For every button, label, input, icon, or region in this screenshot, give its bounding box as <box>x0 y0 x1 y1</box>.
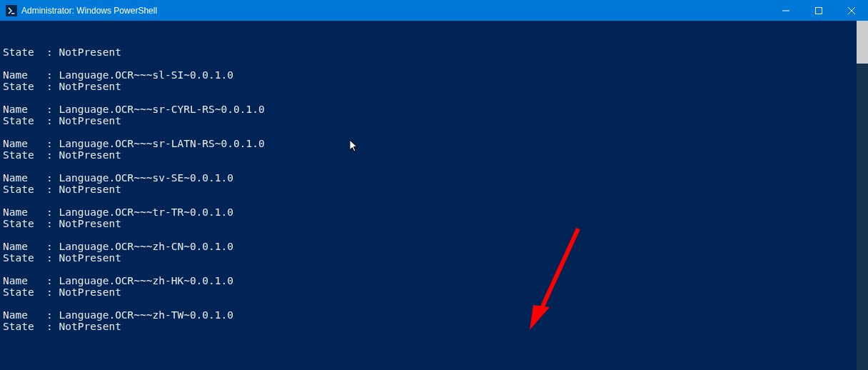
title-bar[interactable]: Administrator: Windows PowerShell <box>0 0 868 21</box>
output-state-line: State : NotPresent <box>3 149 868 161</box>
output-state-line: State : NotPresent <box>3 321 868 332</box>
output-state-line: State : NotPresent <box>3 115 868 126</box>
output-state-line: State : NotPresent <box>3 81 868 92</box>
blank-line <box>3 92 868 104</box>
powershell-window: Administrator: Windows PowerShell State … <box>0 0 868 370</box>
output-name-line: Name : Language.OCR~~~sr-CYRL-RS~0.0.1.0 <box>3 104 868 115</box>
output-state-line: State : NotPresent <box>3 252 868 264</box>
powershell-icon <box>6 5 17 16</box>
blank-line <box>3 264 868 275</box>
blank-line <box>3 229 868 241</box>
output-state-line: State : NotPresent <box>3 184 868 195</box>
blank-line <box>3 298 868 309</box>
blank-line <box>3 332 868 344</box>
output-state-line: State : NotPresent <box>3 286 868 298</box>
blank-line <box>3 126 868 138</box>
blank-line <box>3 58 868 69</box>
output-name-line: Name : Language.OCR~~~zh-TW~0.0.1.0 <box>3 309 868 321</box>
output-name-line: Name : Language.OCR~~~sl-SI~0.0.1.0 <box>3 69 868 81</box>
maximize-button[interactable] <box>802 0 835 21</box>
output-name-line: Name : Language.OCR~~~tr-TR~0.0.1.0 <box>3 206 868 218</box>
scrollbar-track[interactable] <box>857 21 868 370</box>
blank-line <box>3 161 868 172</box>
window-title: Administrator: Windows PowerShell <box>21 6 157 16</box>
blank-line <box>3 195 868 206</box>
output-name-line: Name : Language.OCR~~~zh-CN~0.0.1.0 <box>3 241 868 252</box>
output-name-line: Name : Language.OCR~~~zh-HK~0.0.1.0 <box>3 275 868 286</box>
scrollbar-thumb[interactable] <box>857 21 868 64</box>
output-line: State : NotPresent <box>3 46 868 58</box>
terminal-output[interactable]: State : NotPresent Name : Language.OCR~~… <box>0 21 868 370</box>
minimize-button[interactable] <box>769 0 802 21</box>
output-name-line: Name : Language.OCR~~~sv-SE~0.0.1.0 <box>3 172 868 184</box>
output-state-line: State : NotPresent <box>3 218 868 229</box>
svg-rect-2 <box>816 7 822 14</box>
close-button[interactable] <box>835 0 868 21</box>
output-name-line: Name : Language.OCR~~~sr-LATN-RS~0.0.1.0 <box>3 138 868 149</box>
